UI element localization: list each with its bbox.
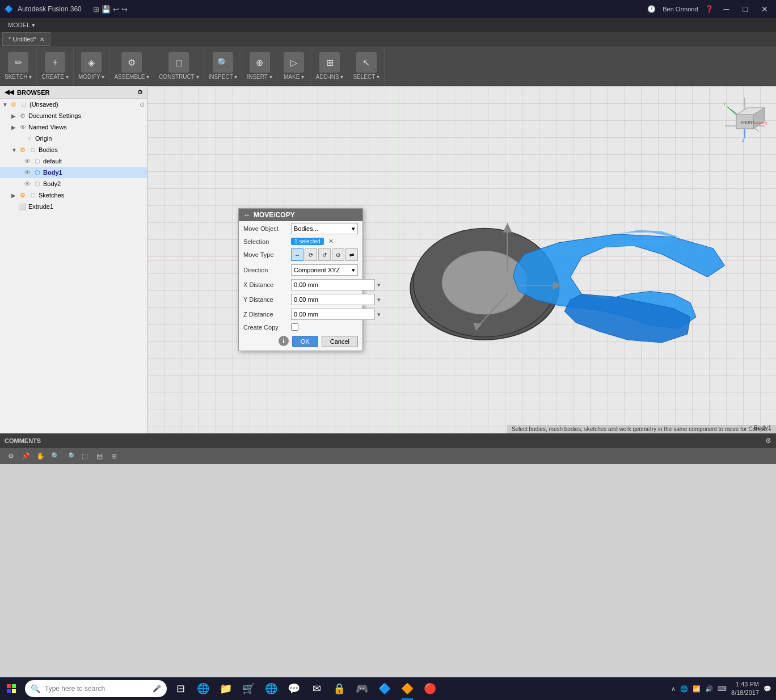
comments-settings-button[interactable]: ⚙	[765, 437, 771, 445]
dialog-info-button[interactable]: ℹ	[279, 336, 289, 346]
taskbar-search-box[interactable]: 🔍 🎤	[25, 680, 167, 697]
tab-close-icon[interactable]: ✕	[40, 36, 44, 43]
construct-icon[interactable]: ◻	[168, 52, 189, 73]
tree-gear-icon[interactable]: ⊙	[140, 101, 145, 108]
bottom-pan-btn[interactable]: ✋	[34, 450, 47, 462]
taskbar-task-view[interactable]: ⊟	[169, 677, 192, 700]
taskbar-red-app[interactable]: 🔴	[419, 677, 441, 700]
ok-button[interactable]: OK	[292, 336, 318, 347]
taskbar-store-app[interactable]: 🛒	[237, 677, 260, 700]
create-label[interactable]: CREATE ▾	[41, 74, 69, 80]
addins-label[interactable]: ADD-INS ▾	[316, 74, 344, 80]
inspect-label[interactable]: INSPECT ▾	[209, 74, 238, 80]
tree-item-unsaved[interactable]: ▼ ⚙ □ (Unsaved) ⊙	[0, 99, 147, 110]
move-type-translate[interactable]: ↔	[291, 248, 303, 261]
close-button[interactable]: ✕	[758, 3, 771, 15]
modify-label[interactable]: MODIFY ▾	[78, 74, 104, 80]
z-distance-input[interactable]	[291, 309, 375, 320]
taskbar-steam-app[interactable]: 💬	[282, 677, 305, 700]
bottom-zoom2-btn[interactable]: 🔎	[64, 450, 76, 462]
select-label[interactable]: SELECT ▾	[353, 74, 379, 80]
tree-item-origin[interactable]: ▶ ○ Origin	[0, 133, 147, 144]
save-btn[interactable]: 💾	[102, 5, 111, 14]
undo-btn[interactable]: ↩	[113, 5, 119, 14]
tray-keyboard-icon[interactable]: ⌨	[718, 685, 727, 693]
cancel-button[interactable]: Cancel	[322, 336, 358, 347]
tree-icon-body1-eye[interactable]: 👁	[23, 168, 32, 177]
tray-volume-icon[interactable]: 🔊	[705, 685, 713, 693]
maximize-button[interactable]: □	[740, 3, 751, 15]
untitled-tab[interactable]: * Untitled* ✕	[2, 32, 50, 46]
taskbar-edge-app[interactable]: 🌐	[192, 677, 214, 700]
insert-icon[interactable]: ⊕	[250, 52, 270, 73]
tree-item-body1[interactable]: 👁 ⬡ Body1	[0, 167, 147, 178]
make-icon[interactable]: ▷	[284, 52, 304, 73]
move-type-point[interactable]: ⊙	[332, 248, 344, 261]
sketch-icon[interactable]: ✏	[8, 52, 28, 73]
tray-up-icon[interactable]: ∧	[671, 685, 676, 693]
tray-network-icon[interactable]: 🌐	[680, 685, 688, 693]
move-type-along[interactable]: ⇌	[345, 248, 358, 261]
bottom-pin-btn[interactable]: 📌	[19, 450, 32, 462]
browser-collapse-icon[interactable]: ◀◀	[5, 88, 14, 96]
insert-label[interactable]: INSERT ▾	[247, 74, 272, 80]
toolbar-quick-btn[interactable]: ⊞	[93, 5, 99, 14]
tree-item-namedviews[interactable]: ▶ 👁 Named Views	[0, 121, 147, 133]
view-cube[interactable]: FRONT Z X Y	[719, 92, 770, 143]
direction-dropdown[interactable]: Component XYZ ▾	[291, 264, 358, 276]
taskbar-explorer-app[interactable]: 📁	[214, 677, 237, 700]
assemble-label[interactable]: ASSEMBLE ▾	[114, 74, 149, 80]
tree-item-default[interactable]: 👁 ⬡ default	[0, 155, 147, 167]
construct-label[interactable]: CONSTRUCT ▾	[159, 74, 199, 80]
redo-btn[interactable]: ↪	[121, 5, 128, 14]
tree-item-extrude1[interactable]: ⬜ Extrude1	[0, 201, 147, 212]
tree-item-sketches[interactable]: ▶ ⚙ □ Sketches	[0, 189, 147, 201]
taskbar-clock[interactable]: 1:43 PM 8/18/2017	[731, 680, 759, 698]
assemble-icon[interactable]: ⚙	[121, 52, 142, 73]
history-icon[interactable]: 🕐	[647, 5, 656, 13]
selection-badge[interactable]: 1 selected	[291, 238, 324, 245]
taskbar-chrome-app[interactable]: 🌐	[260, 677, 282, 700]
bottom-display-btn[interactable]: ⊞	[108, 450, 120, 462]
y-distance-input[interactable]	[291, 294, 375, 305]
move-type-rotate[interactable]: ⟳	[305, 248, 317, 261]
taskbar-search-input[interactable]	[45, 685, 148, 693]
y-distance-dropdown-arrow[interactable]: ▾	[377, 296, 381, 303]
tray-notifications-icon[interactable]: 💬	[764, 685, 771, 693]
taskbar-security-app[interactable]: 🔒	[328, 677, 351, 700]
addins-icon[interactable]: ⊞	[319, 52, 340, 73]
browser-settings-icon[interactable]: ⊙	[137, 88, 142, 96]
selection-clear-icon[interactable]: ✕	[328, 238, 334, 245]
modify-icon[interactable]: ◈	[81, 52, 102, 73]
tree-item-bodies[interactable]: ▼ ⚙ □ Bodies	[0, 144, 147, 155]
taskbar-blue-app[interactable]: 🔷	[373, 677, 396, 700]
create-copy-checkbox[interactable]	[291, 323, 298, 331]
dialog-header[interactable]: ↔ MOVE/COPY	[239, 209, 362, 221]
help-btn[interactable]: ❓	[705, 5, 714, 13]
tree-item-docsettings[interactable]: ▶ ⚙ Document Settings	[0, 110, 147, 121]
bottom-settings-btn[interactable]: ⚙	[5, 450, 17, 462]
bottom-layout-btn[interactable]: ▤	[93, 450, 106, 462]
sketch-label[interactable]: SKETCH ▾	[5, 74, 32, 80]
z-distance-dropdown-arrow[interactable]: ▾	[377, 311, 381, 318]
voice-icon[interactable]: 🎤	[153, 685, 161, 693]
model-menu[interactable]: MODEL ▾	[5, 20, 39, 30]
bottom-grid-btn[interactable]: ⬚	[78, 450, 91, 462]
select-icon[interactable]: ↖	[356, 52, 377, 73]
x-distance-input[interactable]	[291, 279, 375, 290]
tray-wifi-icon[interactable]: 📶	[693, 685, 701, 693]
create-icon[interactable]: +	[45, 52, 65, 73]
make-label[interactable]: MAKE ▾	[284, 74, 304, 80]
bottom-zoom-btn[interactable]: 🔍	[49, 450, 61, 462]
minimize-button[interactable]: ─	[720, 3, 733, 15]
inspect-icon[interactable]: 🔍	[213, 52, 233, 73]
taskbar-mail-app[interactable]: ✉	[305, 677, 328, 700]
x-distance-dropdown-arrow[interactable]: ▾	[377, 281, 381, 289]
viewport[interactable]: FRONT Z X Y ↔ MOVE/COPY Move Object Bodi…	[147, 86, 776, 433]
tree-icon-body2-eye[interactable]: 👁	[23, 179, 32, 188]
tree-icon-default-eye[interactable]: 👁	[23, 157, 32, 166]
taskbar-game-app[interactable]: 🎮	[351, 677, 373, 700]
move-type-rotate2[interactable]: ↺	[318, 248, 331, 261]
start-button[interactable]	[0, 677, 23, 700]
move-object-dropdown[interactable]: Bodies... ▾	[291, 223, 358, 234]
